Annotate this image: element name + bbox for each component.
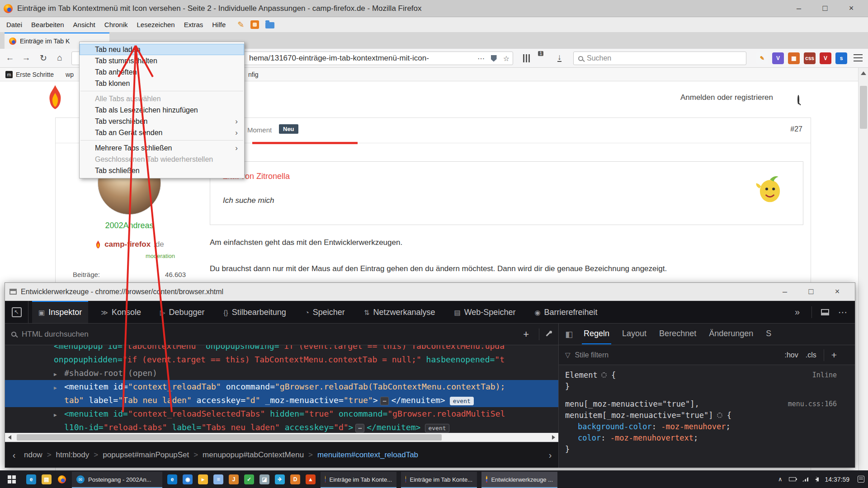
menu-item-mehrere-tabs-schlie-en[interactable]: Mehrere Tabs schließen›: [80, 142, 244, 154]
back-button[interactable]: ←: [3, 51, 17, 65]
action-center-icon[interactable]: [858, 476, 864, 483]
vlc-icon[interactable]: ▲: [303, 470, 318, 488]
orange-extension-icon[interactable]: ▦: [788, 52, 800, 64]
add-rule-button[interactable]: +: [831, 350, 837, 361]
menubar-bearbeiten[interactable]: Bearbeiten: [27, 17, 69, 33]
download-icon[interactable]: ↓: [557, 53, 561, 62]
menubar-chronik[interactable]: Chronik: [100, 17, 132, 33]
menu-item-tab-anheften[interactable]: Tab anheften: [80, 66, 244, 78]
markup-line[interactable]: ▶#shadow-root (open): [5, 366, 558, 380]
close-button[interactable]: ×: [838, 0, 864, 17]
login-link[interactable]: Anmelden oder registrieren: [680, 93, 773, 102]
menubar-hilfe[interactable]: Hilfe: [208, 17, 230, 33]
more-actions-icon[interactable]: ⋯: [475, 54, 487, 63]
paint-icon[interactable]: ◪: [257, 470, 272, 488]
rule-selector[interactable]: Element: [565, 371, 598, 380]
pick-element-button[interactable]: ↖: [5, 301, 28, 323]
tray-expand-icon[interactable]: ∧: [778, 476, 783, 483]
forward-button[interactable]: →: [19, 51, 33, 65]
sidebar-tab-layout[interactable]: Layout: [620, 324, 648, 344]
antivirus-icon[interactable]: ✓: [241, 470, 257, 488]
s-blue-extension-icon[interactable]: s: [835, 52, 847, 64]
bookmark-erste-schritte[interactable]: mErste Schritte: [5, 71, 54, 78]
menu-item-tab-klonen[interactable]: Tab klonen: [80, 78, 244, 89]
event-badge[interactable]: event: [450, 397, 474, 405]
edge-icon[interactable]: e: [24, 470, 39, 488]
markup-line[interactable]: tab" label="Tab neu laden" accesskey="d"…: [5, 394, 558, 407]
taskbar-mail-button[interactable]: ✉ Posteingang - 2002An...: [72, 472, 162, 488]
rule-selector[interactable]: menuitem[_moz-menuactive="true"]: [565, 411, 713, 420]
scroll-right-icon[interactable]: [552, 435, 555, 440]
start-button[interactable]: [0, 470, 24, 488]
taskbar-clock[interactable]: 14:37:59: [825, 476, 850, 483]
edge-icon[interactable]: e: [165, 470, 180, 488]
css-declaration[interactable]: color: -moz-menuhovertext;: [565, 432, 837, 444]
folder-icon[interactable]: [265, 22, 274, 28]
css-extension-icon[interactable]: css: [804, 52, 816, 64]
devtools-close-button[interactable]: ×: [824, 283, 850, 301]
menu-item-tab-schlie-en[interactable]: Tab schließen: [80, 165, 244, 176]
devtools-tab-web-speicher[interactable]: ▤Web-Speicher: [448, 301, 522, 323]
devtools-minimize-button[interactable]: –: [772, 283, 798, 301]
expand-arrow-icon[interactable]: ▶: [54, 408, 64, 421]
telegram-icon[interactable]: ✈: [272, 470, 288, 488]
devtools-tab-netzwerkanalyse[interactable]: ⇅Netzwerkanalyse: [358, 301, 442, 323]
post-timestamp[interactable]: Moment: [247, 126, 272, 134]
notepad-icon[interactable]: ≡: [211, 470, 226, 488]
css-declaration[interactable]: background-color: -moz-menuhover;: [565, 421, 837, 432]
devtools-tab-speicher[interactable]: ◔Speicher: [299, 301, 351, 323]
ellipsis-node-button[interactable]: ⋯: [380, 397, 389, 405]
bookmark-wp[interactable]: wp: [66, 71, 74, 78]
eyedropper-icon[interactable]: [545, 331, 552, 338]
html-search-input[interactable]: HTML durchsuchen +: [5, 324, 558, 345]
post-number[interactable]: #27: [790, 125, 802, 133]
sidebar-tab-s[interactable]: S: [764, 324, 773, 344]
expand-arrow-icon[interactable]: ▶: [54, 368, 64, 380]
menu-item-tab-neu-laden[interactable]: Tab neu laden: [80, 44, 244, 55]
note-addon-icon[interactable]: [250, 20, 259, 29]
pencil-icon[interactable]: ✎: [237, 20, 244, 30]
menubar-lesezeichen[interactable]: Lesezeichen: [132, 17, 179, 33]
sidebar-tab-nderungen[interactable]: Änderungen: [707, 324, 755, 344]
library-icon[interactable]: [523, 54, 532, 62]
java-icon[interactable]: J: [226, 470, 241, 488]
author-name[interactable]: 2002Andreas: [64, 221, 195, 230]
markup-line[interactable]: l10n-id="reload-tabs" label="Tabs neu la…: [5, 421, 558, 433]
devtools-tab-barrierefreiheit[interactable]: ◉Barrierefreiheit: [528, 301, 604, 323]
event-badge[interactable]: event: [425, 424, 449, 432]
sidebar-toggle-icon[interactable]: ◧: [565, 329, 573, 339]
menubar-extras[interactable]: Extras: [179, 17, 208, 33]
markup-line[interactable]: <menupopup id="tabContextMenu" onpopupsh…: [5, 345, 558, 353]
markup-line[interactable]: ▶<menuitem id="context_reloadTab" oncomm…: [5, 380, 558, 394]
rule-source-link[interactable]: menu.css:166: [788, 399, 837, 410]
folder-icon[interactable]: ▸: [195, 470, 211, 488]
bookmark-nfig[interactable]: nfig: [248, 71, 259, 78]
volume-icon[interactable]: [815, 477, 819, 482]
search-input[interactable]: Suchen: [573, 52, 746, 65]
devtools-maximize-button[interactable]: □: [798, 283, 824, 301]
markup-line[interactable]: ▶<menuitem id="context_reloadSelectedTab…: [5, 407, 558, 421]
style-filter-placeholder[interactable]: Stile filtern: [575, 351, 609, 359]
minimize-button[interactable]: –: [786, 0, 812, 17]
v-purple-extension-icon[interactable]: V: [772, 52, 784, 64]
rule-settings-icon[interactable]: [601, 372, 607, 378]
markup-line[interactable]: onpopuphidden="if (event.target == this)…: [5, 353, 558, 366]
breadcrumb-item-menuitem-context-reloadtab[interactable]: menuitem#context_reloadTab: [314, 449, 422, 461]
home-button[interactable]: ⌂: [52, 51, 67, 65]
markup-hscrollbar[interactable]: [5, 433, 558, 442]
globe-icon[interactable]: ◉: [180, 470, 195, 488]
devtools-tab-inspektor[interactable]: ▣Inspektor: [32, 301, 88, 323]
explorer-icon[interactable]: ▤: [39, 470, 54, 488]
menu-item-tab-als-lesezeichen-hinzuf-gen[interactable]: Tab als Lesezeichen hinzufügen: [80, 104, 244, 116]
class-toggle-button[interactable]: .cls: [806, 351, 816, 359]
rule-source-link[interactable]: Inline: [812, 370, 837, 381]
scrollbar-thumb[interactable]: [860, 86, 867, 129]
menubar-ansicht[interactable]: Ansicht: [69, 17, 100, 33]
pseudo-class-button[interactable]: :hov: [784, 351, 798, 359]
breadcrumb-back-icon[interactable]: ‹: [8, 450, 20, 460]
devtools-tab-konsole[interactable]: ≫Konsole: [94, 301, 147, 323]
rule-settings-icon[interactable]: [717, 413, 722, 418]
battery-icon[interactable]: [789, 477, 796, 481]
taskbar-window-eintr-ge-im-tab-konte[interactable]: Einträge im Tab Konte...: [321, 472, 396, 488]
menu-item-tab-an-ger-t-senden[interactable]: Tab an Gerät senden›: [80, 127, 244, 138]
